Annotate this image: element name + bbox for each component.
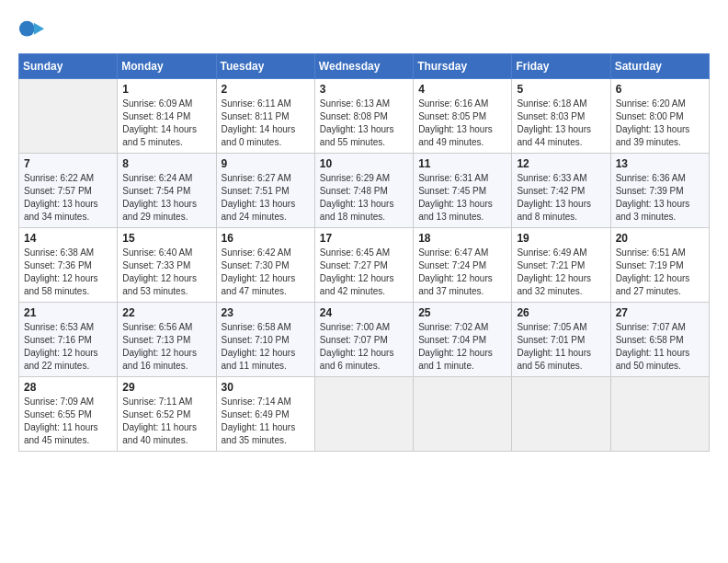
calendar-week-row: 28Sunrise: 7:09 AMSunset: 6:55 PMDayligh… <box>19 377 710 452</box>
calendar-week-row: 21Sunrise: 6:53 AMSunset: 7:16 PMDayligh… <box>19 303 710 377</box>
day-info: Sunrise: 7:14 AMSunset: 6:49 PMDaylight:… <box>222 396 310 447</box>
calendar-cell: 22Sunrise: 6:56 AMSunset: 7:13 PMDayligh… <box>118 303 216 377</box>
day-info: Sunrise: 6:40 AMSunset: 7:33 PMDaylight:… <box>122 247 210 298</box>
day-info: Sunrise: 6:42 AMSunset: 7:30 PMDaylight:… <box>222 247 310 298</box>
day-number: 26 <box>517 306 605 319</box>
calendar-cell <box>414 377 512 452</box>
calendar-cell: 7Sunrise: 6:22 AMSunset: 7:57 PMDaylight… <box>19 154 118 228</box>
day-number: 19 <box>517 232 605 245</box>
day-number: 29 <box>122 381 210 394</box>
day-info: Sunrise: 6:33 AMSunset: 7:42 PMDaylight:… <box>517 172 605 224</box>
day-number: 9 <box>222 157 310 170</box>
calendar-table: SundayMondayTuesdayWednesdayThursdayFrid… <box>18 53 710 452</box>
day-info: Sunrise: 6:58 AMSunset: 7:10 PMDaylight:… <box>222 321 310 373</box>
day-info: Sunrise: 6:13 AMSunset: 8:08 PMDaylight:… <box>320 98 408 149</box>
day-number: 22 <box>122 306 210 319</box>
calendar-header-row: SundayMondayTuesdayWednesdayThursdayFrid… <box>19 54 710 79</box>
day-info: Sunrise: 7:11 AMSunset: 6:52 PMDaylight:… <box>122 396 210 447</box>
header-tuesday: Tuesday <box>216 54 314 79</box>
day-number: 1 <box>122 83 210 96</box>
day-info: Sunrise: 7:09 AMSunset: 6:55 PMDaylight:… <box>24 396 112 447</box>
day-info: Sunrise: 7:02 AMSunset: 7:04 PMDaylight:… <box>418 321 506 373</box>
calendar-cell: 28Sunrise: 7:09 AMSunset: 6:55 PMDayligh… <box>19 377 118 452</box>
calendar-cell <box>610 377 709 452</box>
day-info: Sunrise: 6:29 AMSunset: 7:48 PMDaylight:… <box>320 172 408 224</box>
day-info: Sunrise: 6:38 AMSunset: 7:36 PMDaylight:… <box>24 247 112 298</box>
calendar-cell <box>314 377 413 452</box>
day-number: 16 <box>222 232 310 245</box>
day-number: 14 <box>24 232 112 245</box>
header-wednesday: Wednesday <box>314 54 413 79</box>
calendar-cell <box>512 377 610 452</box>
calendar-cell: 9Sunrise: 6:27 AMSunset: 7:51 PMDaylight… <box>216 154 314 228</box>
calendar-cell: 5Sunrise: 6:18 AMSunset: 8:03 PMDaylight… <box>512 79 610 154</box>
calendar-cell: 29Sunrise: 7:11 AMSunset: 6:52 PMDayligh… <box>118 377 216 452</box>
day-info: Sunrise: 6:18 AMSunset: 8:03 PMDaylight:… <box>517 98 605 149</box>
day-number: 13 <box>616 157 704 170</box>
page-header <box>18 18 710 44</box>
day-number: 7 <box>24 157 112 170</box>
calendar-cell: 6Sunrise: 6:20 AMSunset: 8:00 PMDaylight… <box>610 79 709 154</box>
calendar-cell: 2Sunrise: 6:11 AMSunset: 8:11 PMDaylight… <box>216 79 314 154</box>
day-info: Sunrise: 6:36 AMSunset: 7:39 PMDaylight:… <box>616 172 704 224</box>
day-info: Sunrise: 6:16 AMSunset: 8:05 PMDaylight:… <box>418 98 506 149</box>
calendar-cell: 14Sunrise: 6:38 AMSunset: 7:36 PMDayligh… <box>19 228 118 303</box>
calendar-week-row: 7Sunrise: 6:22 AMSunset: 7:57 PMDaylight… <box>19 154 710 228</box>
calendar-cell: 18Sunrise: 6:47 AMSunset: 7:24 PMDayligh… <box>414 228 512 303</box>
day-number: 17 <box>320 232 408 245</box>
day-number: 20 <box>616 232 704 245</box>
day-number: 23 <box>222 306 310 319</box>
calendar-week-row: 1Sunrise: 6:09 AMSunset: 8:14 PMDaylight… <box>19 79 710 154</box>
logo-icon <box>18 18 44 44</box>
day-info: Sunrise: 6:27 AMSunset: 7:51 PMDaylight:… <box>222 172 310 224</box>
day-info: Sunrise: 6:47 AMSunset: 7:24 PMDaylight:… <box>418 247 506 298</box>
day-number: 21 <box>24 306 112 319</box>
calendar-cell: 15Sunrise: 6:40 AMSunset: 7:33 PMDayligh… <box>118 228 216 303</box>
calendar-cell: 3Sunrise: 6:13 AMSunset: 8:08 PMDaylight… <box>314 79 413 154</box>
svg-marker-1 <box>34 23 44 35</box>
header-thursday: Thursday <box>414 54 512 79</box>
day-info: Sunrise: 7:00 AMSunset: 7:07 PMDaylight:… <box>320 321 408 373</box>
day-number: 3 <box>320 83 408 96</box>
day-info: Sunrise: 6:51 AMSunset: 7:19 PMDaylight:… <box>616 247 704 298</box>
day-number: 27 <box>616 306 704 319</box>
day-number: 10 <box>320 157 408 170</box>
header-friday: Friday <box>512 54 610 79</box>
header-monday: Monday <box>118 54 216 79</box>
calendar-cell: 11Sunrise: 6:31 AMSunset: 7:45 PMDayligh… <box>414 154 512 228</box>
calendar-cell: 23Sunrise: 6:58 AMSunset: 7:10 PMDayligh… <box>216 303 314 377</box>
calendar-cell <box>19 79 118 154</box>
day-number: 5 <box>517 83 605 96</box>
day-number: 2 <box>222 83 310 96</box>
logo <box>18 18 48 44</box>
calendar-cell: 25Sunrise: 7:02 AMSunset: 7:04 PMDayligh… <box>414 303 512 377</box>
day-info: Sunrise: 6:45 AMSunset: 7:27 PMDaylight:… <box>320 247 408 298</box>
day-info: Sunrise: 6:56 AMSunset: 7:13 PMDaylight:… <box>122 321 210 373</box>
day-number: 8 <box>122 157 210 170</box>
day-number: 4 <box>418 83 506 96</box>
day-number: 30 <box>222 381 310 394</box>
day-info: Sunrise: 6:53 AMSunset: 7:16 PMDaylight:… <box>24 321 112 373</box>
calendar-cell: 27Sunrise: 7:07 AMSunset: 6:58 PMDayligh… <box>610 303 709 377</box>
day-number: 25 <box>418 306 506 319</box>
calendar-week-row: 14Sunrise: 6:38 AMSunset: 7:36 PMDayligh… <box>19 228 710 303</box>
calendar-cell: 26Sunrise: 7:05 AMSunset: 7:01 PMDayligh… <box>512 303 610 377</box>
calendar-cell: 21Sunrise: 6:53 AMSunset: 7:16 PMDayligh… <box>19 303 118 377</box>
calendar-cell: 19Sunrise: 6:49 AMSunset: 7:21 PMDayligh… <box>512 228 610 303</box>
day-number: 24 <box>320 306 408 319</box>
calendar-cell: 4Sunrise: 6:16 AMSunset: 8:05 PMDaylight… <box>414 79 512 154</box>
day-info: Sunrise: 6:24 AMSunset: 7:54 PMDaylight:… <box>122 172 210 224</box>
day-number: 12 <box>517 157 605 170</box>
svg-point-0 <box>19 21 35 37</box>
day-number: 6 <box>616 83 704 96</box>
calendar-cell: 8Sunrise: 6:24 AMSunset: 7:54 PMDaylight… <box>118 154 216 228</box>
day-info: Sunrise: 6:09 AMSunset: 8:14 PMDaylight:… <box>122 98 210 149</box>
calendar-cell: 17Sunrise: 6:45 AMSunset: 7:27 PMDayligh… <box>314 228 413 303</box>
calendar-cell: 30Sunrise: 7:14 AMSunset: 6:49 PMDayligh… <box>216 377 314 452</box>
calendar-cell: 10Sunrise: 6:29 AMSunset: 7:48 PMDayligh… <box>314 154 413 228</box>
calendar-cell: 20Sunrise: 6:51 AMSunset: 7:19 PMDayligh… <box>610 228 709 303</box>
day-number: 15 <box>122 232 210 245</box>
day-info: Sunrise: 6:11 AMSunset: 8:11 PMDaylight:… <box>222 98 310 149</box>
day-info: Sunrise: 6:22 AMSunset: 7:57 PMDaylight:… <box>24 172 112 224</box>
calendar-cell: 16Sunrise: 6:42 AMSunset: 7:30 PMDayligh… <box>216 228 314 303</box>
